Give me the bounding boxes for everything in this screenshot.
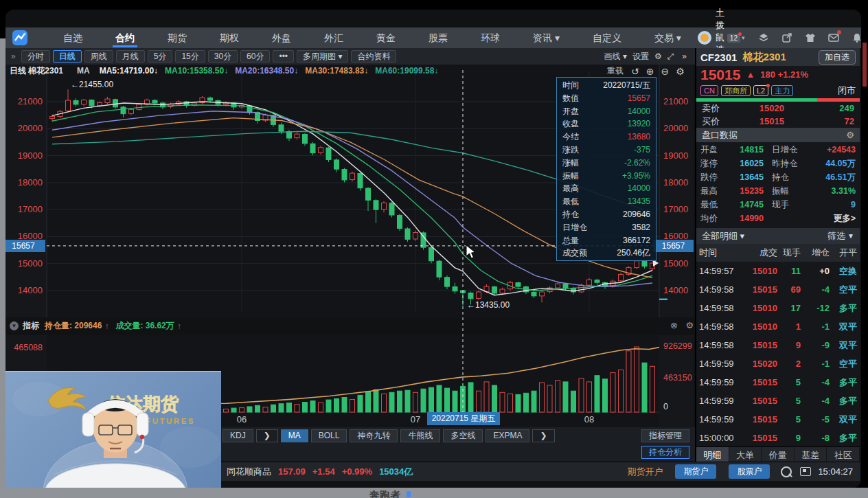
menu-item[interactable]: 期权 <box>203 27 255 48</box>
table-row[interactable]: 14:59:59 15015 5 -4 多平 <box>696 392 860 410</box>
edge-scrollbar[interactable] <box>863 43 867 87</box>
draw-line-button[interactable]: 画线 ▾ <box>604 51 627 63</box>
menu-item[interactable]: 自定义 <box>576 27 638 48</box>
menu-item[interactable]: 自选 <box>47 27 99 48</box>
collapse-icon[interactable]: ▾ <box>10 321 19 330</box>
screen: { "titlebar": { "username": "土拨鼠选手", "le… <box>0 0 868 498</box>
period-button[interactable]: 5分 <box>148 50 173 63</box>
market-badge[interactable]: 郑商所 <box>721 85 751 96</box>
market-badge[interactable]: CN <box>700 85 718 96</box>
filter-button[interactable]: 筛选▼ <box>827 230 854 242</box>
detail-mode-select[interactable]: 全部明细 ▾ <box>702 230 744 242</box>
settings-button[interactable]: 设置 <box>632 51 649 63</box>
gear-icon[interactable]: ⚙ <box>654 52 662 61</box>
tooltip-label: 振幅 <box>562 170 579 183</box>
svg-text:463150: 463150 <box>663 373 692 383</box>
indicator-tab[interactable]: 多空线 <box>443 429 483 442</box>
ma-value: MA30:17483.83↓ <box>305 66 368 76</box>
ma-value: MA5:14719.00↓ <box>100 66 158 76</box>
close-icon[interactable]: ⊗ <box>670 320 678 330</box>
indicator-tab[interactable]: ❯ <box>532 429 554 442</box>
indicator-tab[interactable]: KDJ <box>222 429 253 442</box>
gear-icon[interactable]: ⚙ <box>686 320 694 330</box>
table-row[interactable]: 14:59:59 15015 5 -4 多平 <box>696 373 860 392</box>
market-badge[interactable]: L2 <box>753 85 768 96</box>
undo-icon[interactable]: ↺ <box>631 66 639 77</box>
svg-text:17000: 17000 <box>18 204 43 214</box>
indicator-tab[interactable]: 牛熊线 <box>400 429 440 442</box>
period-button[interactable]: 分时 <box>21 50 50 63</box>
add-favorite-button[interactable]: 加自选 <box>819 50 856 65</box>
trade-table[interactable]: 14:59:57 15010 11 +0 空换 14:59:58 15015 6… <box>696 262 860 446</box>
bell-icon[interactable] <box>852 32 863 43</box>
table-row[interactable]: 14:59:57 15010 11 +0 空换 <box>696 262 860 280</box>
futures-account-button[interactable]: 期货户 <box>675 464 716 479</box>
menu-item[interactable]: 外汇 <box>308 27 360 48</box>
index-amount: 15034亿 <box>379 466 413 478</box>
hold-analysis-button[interactable]: 持仓分析 <box>641 446 689 459</box>
more-icon[interactable]: » <box>682 52 687 61</box>
mail-icon[interactable] <box>828 32 839 43</box>
reload-button[interactable]: 重载 <box>607 65 624 77</box>
menu-item[interactable]: 期货 <box>151 27 203 48</box>
market-badge[interactable]: 主力 <box>771 85 793 96</box>
menu-item[interactable]: 合约 <box>99 27 151 48</box>
table-row[interactable]: 14:59:59 15020 2 -1 空平 <box>696 354 860 373</box>
period-button[interactable]: 多周期图 ▾ <box>297 50 348 63</box>
zoom-in-icon[interactable]: ⊕ <box>646 66 654 77</box>
table-row[interactable]: 14:59:58 15015 69 -4 空平 <box>696 280 860 299</box>
svg-text:21000: 21000 <box>18 96 43 106</box>
layers-icon[interactable] <box>758 32 769 43</box>
menu-item[interactable]: 股票 <box>412 27 464 48</box>
gear-icon[interactable]: ⚙ <box>846 130 854 140</box>
stat-row: 均价14990 更多> <box>696 212 860 225</box>
skin-icon[interactable] <box>805 32 816 43</box>
tooltip-value: 15657 <box>628 92 650 105</box>
index-name[interactable]: 同花顺商品 <box>227 466 271 478</box>
indicator-tab[interactable]: 神奇九转 <box>350 429 398 442</box>
app-logo-icon[interactable] <box>12 30 27 45</box>
menu-item[interactable]: 资讯 ▾ <box>516 27 576 48</box>
level-badge[interactable]: 12 <box>727 34 740 43</box>
avatar[interactable] <box>698 31 711 45</box>
indicator-tab[interactable]: MA <box>281 429 308 442</box>
menu-item[interactable]: 外盘 <box>255 27 308 48</box>
period-button[interactable]: 15分 <box>175 50 205 63</box>
zoom-out-icon[interactable]: ⊖ <box>661 66 669 77</box>
ma-value: MA20:16348.50↓ <box>235 66 298 76</box>
tooltip-label: 最高 <box>562 182 579 195</box>
table-row[interactable]: 14:59:58 15015 9 -9 双平 <box>696 336 860 354</box>
table-row[interactable]: 15:00:00 15015 9 -8 多平 <box>696 429 860 446</box>
share-icon[interactable] <box>781 32 792 43</box>
crosshair-price-chip-left: 15657 <box>1 240 45 252</box>
open-account-link[interactable]: 期货开户 <box>627 466 663 478</box>
search-icon[interactable] <box>781 466 792 477</box>
menu-item[interactable]: 黄金 <box>360 27 412 48</box>
menu-item[interactable]: 交易 ▾ <box>638 27 698 48</box>
period-button[interactable]: 月线 <box>116 50 145 63</box>
table-row[interactable]: 14:59:58 15010 17 -12 多平 <box>696 299 860 317</box>
tooltip-value: -2.62% <box>624 157 650 170</box>
indicator-tab[interactable]: BOLL <box>311 429 347 442</box>
stock-account-button[interactable]: 股票户 <box>729 464 770 479</box>
ma-value: 日线 棉花2301 <box>10 66 63 76</box>
menu-item[interactable]: 环球 <box>464 27 516 48</box>
stat-row: 最高15235 振幅3.31% <box>696 184 860 198</box>
indicator-tab[interactable]: ❯ <box>256 429 278 442</box>
period-button[interactable]: 合约资料 <box>351 50 396 63</box>
period-button[interactable]: ••• <box>273 50 294 63</box>
gear-icon[interactable]: ⚙ <box>676 66 685 77</box>
switch-icon[interactable] <box>800 467 811 476</box>
period-button[interactable]: 周线 <box>84 50 113 63</box>
period-button[interactable]: 30分 <box>208 50 238 63</box>
period-button[interactable]: 60分 <box>240 50 270 63</box>
period-button[interactable]: 日线 <box>53 50 82 63</box>
ask-price: 15020 <box>736 103 784 113</box>
table-row[interactable]: 14:59:58 15010 1 -1 双平 <box>696 317 860 336</box>
indicator-manager-button[interactable]: 指标管理 <box>641 429 689 442</box>
chevron-down-icon[interactable]: ▾ <box>742 34 745 41</box>
indicator-tab[interactable]: EXPMA <box>486 429 529 442</box>
fullscreen-icon[interactable]: ⤢ <box>667 52 674 61</box>
chevrons-icon[interactable]: » <box>11 52 16 61</box>
table-row[interactable]: 14:59:59 15015 5 -5 双平 <box>696 410 860 429</box>
